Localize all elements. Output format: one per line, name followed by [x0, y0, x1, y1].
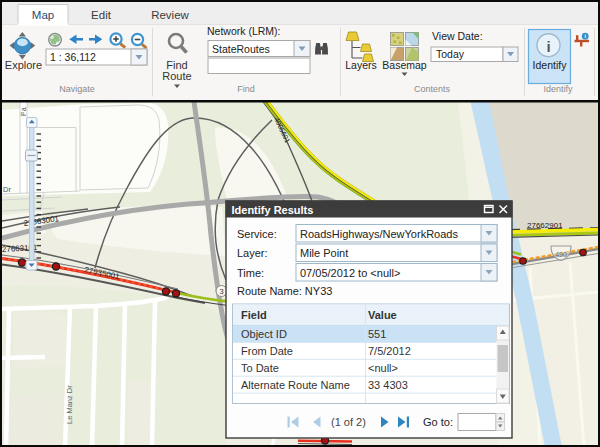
svg-text:Contents: Contents	[414, 84, 451, 94]
svg-text:Layer:: Layer:	[237, 247, 268, 259]
svg-text:Navigate: Navigate	[59, 84, 95, 94]
svg-text:3: 3	[219, 287, 223, 296]
svg-text:Time:: Time:	[237, 267, 264, 279]
svg-text:i: i	[546, 38, 550, 55]
svg-text:Route: Route	[162, 70, 191, 82]
svg-text:Service:: Service:	[237, 228, 277, 240]
svg-text:Identify: Identify	[543, 84, 573, 94]
svg-text:Le Manz Dr: Le Manz Dr	[65, 385, 74, 424]
svg-text:Value: Value	[368, 309, 397, 321]
svg-text:Go to:: Go to:	[423, 416, 453, 428]
svg-text:1 : 36,112: 1 : 36,112	[50, 51, 96, 63]
svg-text:<null>: <null>	[368, 362, 398, 374]
svg-text:From Date: From Date	[241, 345, 293, 357]
svg-text:Mile Point: Mile Point	[300, 247, 348, 259]
svg-text:Today: Today	[436, 48, 465, 60]
svg-text:Edit: Edit	[91, 9, 112, 21]
svg-text:07/05/2012 to <null>: 07/05/2012 to <null>	[300, 267, 400, 279]
svg-text:Find: Find	[237, 84, 255, 94]
svg-text:RoadsHighways/NewYorkRoads: RoadsHighways/NewYorkRoads	[300, 228, 458, 240]
svg-text:Dr: Dr	[3, 185, 11, 194]
svg-text:7/5/2012: 7/5/2012	[368, 345, 411, 357]
svg-text:View Date:: View Date:	[432, 30, 483, 42]
svg-text:Field: Field	[241, 309, 267, 321]
svg-text:Map: Map	[32, 9, 54, 21]
svg-text:Explore: Explore	[5, 59, 42, 71]
svg-text:Route Name: NY33: Route Name: NY33	[237, 285, 332, 297]
svg-text:Object ID: Object ID	[241, 328, 287, 340]
svg-text:Network (LRM):: Network (LRM):	[207, 25, 281, 37]
svg-text:Basemap: Basemap	[382, 59, 427, 71]
svg-text:551: 551	[368, 328, 386, 340]
svg-text:StateRoutes: StateRoutes	[212, 43, 270, 55]
svg-text:To Date: To Date	[241, 362, 279, 374]
svg-text:Pa: Pa	[20, 107, 27, 116]
svg-text:Layers: Layers	[345, 59, 377, 71]
svg-text:Review: Review	[151, 9, 189, 21]
svg-text:Identify: Identify	[533, 59, 568, 71]
svg-text:490: 490	[555, 251, 567, 258]
svg-text:(1 of 2): (1 of 2)	[331, 416, 366, 428]
svg-text:Alternate Route Name: Alternate Route Name	[241, 379, 350, 391]
svg-text:27662901: 27662901	[527, 221, 563, 230]
svg-text:33 4303: 33 4303	[368, 379, 408, 391]
svg-text:Identify Results: Identify Results	[232, 204, 314, 216]
